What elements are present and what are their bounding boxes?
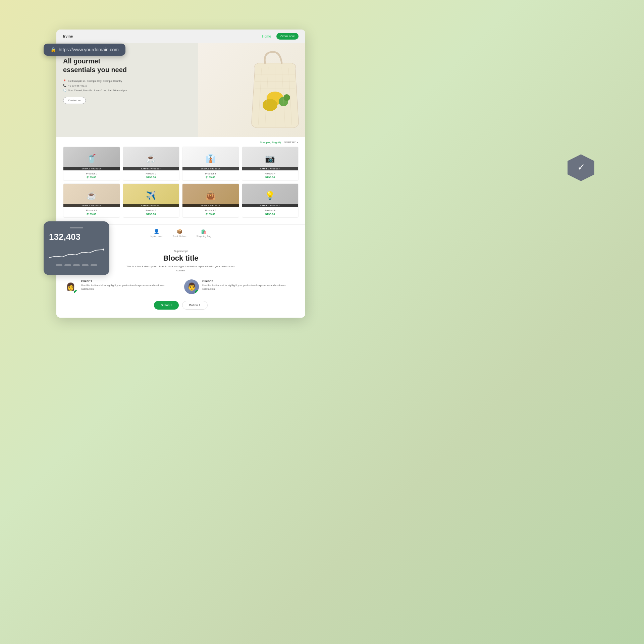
bottom-nav-item[interactable]: 📦 Track Orders (173, 229, 186, 237)
product-name: Product 4 (244, 172, 297, 175)
testimonial-item: 👨 " Client 2 Use this testimonial to hig… (184, 279, 299, 294)
product-info: Product 6 $199.00 (123, 207, 179, 217)
hero-hours: 🕐 Sun: Closed, Mon–Fri: 8 am–6 pm, Sat: … (63, 89, 299, 92)
phone-text: +1 234 567 8910 (68, 84, 87, 87)
hero-title-line1: All gourmet (63, 57, 100, 65)
product-name: Product 2 (125, 172, 178, 175)
testimonial-btn1[interactable]: Button 1 (154, 301, 179, 310)
product-badge: SAMPLE PRODUCT (182, 167, 239, 170)
hours-text: Sun: Closed, Mon–Fri: 8 am–6 pm, Sat: 10… (68, 89, 127, 92)
avatar: 👩 " (63, 279, 78, 294)
product-price: $199.00 (125, 213, 178, 216)
stats-card: 132,403 (44, 221, 109, 275)
address-text: 1st Example st., Example City, Example C… (68, 79, 122, 83)
product-card[interactable]: 📷 SAMPLE PRODUCT Product 4 $199.00 (242, 147, 299, 181)
order-now-button[interactable]: Order now (276, 33, 299, 40)
url-bar[interactable]: 🔒 https://www.yourdomain.com (44, 44, 125, 56)
product-image: 👔 SAMPLE PRODUCT (182, 147, 239, 170)
home-link[interactable]: Home (262, 35, 271, 38)
testimonial-item: 👩 " Client 1 Use this testimonial to hig… (63, 279, 177, 294)
nav-icon: 👤 (154, 229, 159, 234)
testimonial-buttons: Button 1 Button 2 (63, 301, 299, 310)
product-price: $199.00 (184, 213, 237, 216)
product-info: Product 4 $199.00 (242, 170, 299, 180)
product-image: 📷 SAMPLE PRODUCT (242, 147, 299, 170)
product-name: Product 6 (125, 209, 178, 212)
nav-icon: 📦 (177, 229, 182, 234)
testimonial-content: Client 1 Use this testimonial to highlig… (81, 279, 177, 294)
product-card[interactable]: ☕ SAMPLE PRODUCT Product 2 $199.00 (123, 147, 180, 181)
nav-label: My Account (151, 235, 163, 237)
chart-svg (49, 245, 104, 260)
shopping-bag-link[interactable]: Shopping Bag (0) (260, 141, 281, 144)
product-image: 👜 SAMPLE PRODUCT (182, 184, 239, 207)
site-nav: Home Order now (262, 33, 299, 40)
quote-badge: " (195, 290, 199, 294)
product-name: Product 3 (184, 172, 237, 175)
product-image: ✈️ SAMPLE PRODUCT (123, 184, 179, 207)
product-info: Product 3 $199.00 (182, 170, 239, 180)
product-badge: SAMPLE PRODUCT (242, 167, 299, 170)
products-grid: 🥤 SAMPLE PRODUCT Product 1 $199.00 ☕ SAM… (63, 147, 299, 218)
svg-point-0 (103, 249, 104, 251)
sort-label[interactable]: SORT BY ∨ (284, 141, 299, 144)
product-card[interactable]: 🥤 SAMPLE PRODUCT Product 1 $199.00 (63, 147, 120, 181)
hero-title-line2: essentials you need (63, 66, 127, 73)
hero-address: 📍 1st Example st., Example City, Example… (63, 79, 299, 83)
product-price: $199.00 (65, 213, 118, 216)
product-badge: SAMPLE PRODUCT (123, 167, 179, 170)
testimonial-btn2[interactable]: Button 2 (182, 301, 208, 310)
site-header: Irvine Home Order now (56, 30, 305, 43)
location-icon: 📍 (63, 79, 66, 83)
stats-number: 132,403 (49, 232, 104, 242)
products-section: Shopping Bag (0) SORT BY ∨ 🥤 SAMPLE PROD… (56, 137, 305, 224)
product-info: Product 1 $199.00 (63, 170, 120, 180)
products-top: Shopping Bag (0) SORT BY ∨ (63, 141, 299, 144)
nav-label: Track Orders (173, 235, 186, 237)
nav-label: Shopping Bag (196, 235, 211, 237)
product-badge: SAMPLE PRODUCT (182, 204, 239, 207)
hero-title: All gourmet essentials you need (63, 57, 299, 74)
hero-section: Grocery store near you All gourmet essen… (56, 43, 305, 137)
chart-dots (49, 264, 104, 266)
url-text: https://www.yourdomain.com (59, 47, 119, 52)
block-desc: This is a block description. To edit, cl… (124, 265, 238, 273)
hero-phone: 📞 +1 234 567 8910 (63, 84, 299, 87)
product-card[interactable]: ☕ SAMPLE PRODUCT Product 5 $199.00 (63, 183, 120, 218)
hero-info: 📍 1st Example st., Example City, Example… (63, 79, 299, 92)
client-text: Use this testimonial to highlight your p… (202, 284, 299, 291)
bottom-nav-item[interactable]: 🛍️ Shopping Bag (196, 229, 211, 237)
product-image: ☕ SAMPLE PRODUCT (123, 147, 179, 170)
product-card[interactable]: 💡 SAMPLE PRODUCT Product 8 $199.00 (242, 183, 299, 218)
product-badge: SAMPLE PRODUCT (63, 204, 120, 207)
product-price: $199.00 (125, 176, 178, 179)
product-info: Product 2 $199.00 (123, 170, 179, 180)
product-card[interactable]: 👜 SAMPLE PRODUCT Product 7 $199.00 (182, 183, 239, 218)
card-handle (70, 227, 83, 228)
lock-icon: 🔒 (50, 47, 56, 52)
product-price: $199.00 (184, 176, 237, 179)
product-card[interactable]: 👔 SAMPLE PRODUCT Product 3 $199.00 (182, 147, 239, 181)
product-card[interactable]: ✈️ SAMPLE PRODUCT Product 6 $199.00 (123, 183, 180, 218)
clock-icon: 🕐 (63, 89, 66, 92)
product-price: $199.00 (65, 176, 118, 179)
avatar: 👨 " (184, 279, 199, 294)
product-image: 💡 SAMPLE PRODUCT (242, 184, 299, 207)
product-name: Product 7 (184, 209, 237, 212)
product-price: $199.00 (244, 176, 297, 179)
contact-button[interactable]: Contact us (63, 97, 86, 104)
bottom-nav-item[interactable]: 👤 My Account (151, 229, 163, 237)
product-image: ☕ SAMPLE PRODUCT (63, 184, 120, 207)
site-logo: Irvine (63, 34, 73, 38)
nav-icon: 🛍️ (201, 229, 207, 234)
product-info: Product 8 $199.00 (242, 207, 299, 217)
product-badge: SAMPLE PRODUCT (242, 204, 299, 207)
product-name: Product 1 (65, 172, 118, 175)
product-name: Product 8 (244, 209, 297, 212)
phone-icon: 📞 (63, 84, 66, 87)
hero-content: Grocery store near you All gourmet essen… (63, 51, 299, 130)
testimonials-grid: 👩 " Client 1 Use this testimonial to hig… (63, 279, 299, 294)
testimonial-content: Client 2 Use this testimonial to highlig… (202, 279, 299, 294)
product-badge: SAMPLE PRODUCT (63, 167, 120, 170)
client-name: Client 1 (81, 279, 177, 283)
